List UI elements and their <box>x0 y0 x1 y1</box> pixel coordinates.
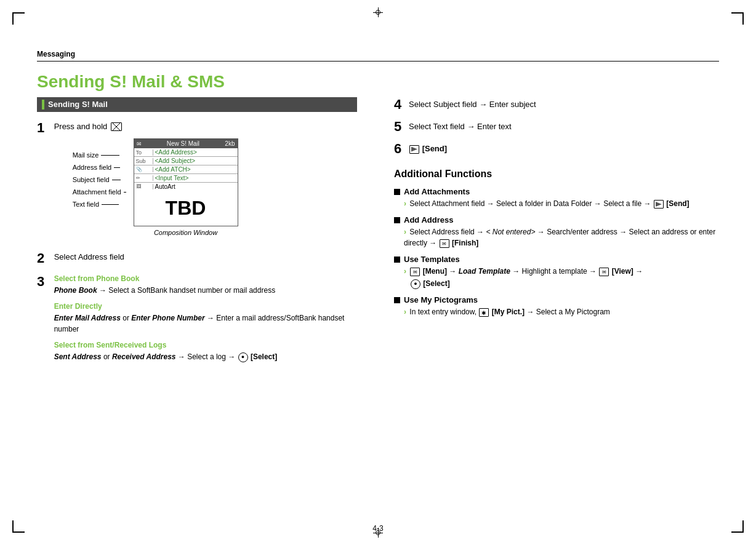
func-attach-body: › Select Attachment field → Select a fol… <box>394 198 719 209</box>
step-2-text: Select Address field <box>54 251 356 263</box>
func-templates-header: Use Templates <box>394 255 719 264</box>
label-mail-size: Mail size <box>73 149 126 161</box>
step-2-content: Select Address field <box>54 251 356 263</box>
func-templates-body: › ✉ [Menu] → Load Template → Highlight a… <box>394 266 719 289</box>
step-6-content: [Send] <box>409 141 447 155</box>
black-square-3 <box>394 257 400 263</box>
label-text-field: Text field <box>73 199 126 210</box>
func-add-attachments: Add Attachments › Select Attachment fiel… <box>394 187 719 209</box>
page-header: Messaging <box>37 49 719 62</box>
section-header-label: Sending S! Mail <box>48 100 108 109</box>
additional-title: Additional Functions <box>394 169 719 180</box>
step-1-text: Press and hold <box>54 121 356 133</box>
sub-section-phone-book-body: Phone Book → Select a SoftBank handset n… <box>54 285 356 296</box>
sub-section-sent-logs: Select from Sent/Received Logs Sent Addr… <box>54 341 356 362</box>
send-icon-step6 <box>409 145 419 154</box>
view-icon: ✉ <box>599 268 609 276</box>
page-content: Messaging Sending S! Mail & SMS Sending … <box>37 49 719 508</box>
black-square-4 <box>394 297 400 303</box>
diagram-row-input: ✏ <Input Text> <box>134 174 238 183</box>
sub-section-enter-body: Enter Mail Address or Enter Phone Number… <box>54 312 356 335</box>
func-pictograms-title: Use My Pictograms <box>404 295 478 304</box>
func-pictograms: Use My Pictograms › In text entry window… <box>394 295 719 317</box>
sub-section-enter-title: Enter Directly <box>54 302 356 311</box>
left-column: Sending S! Mail 1 Press and hold <box>37 97 357 378</box>
step-4-number: 4 <box>394 97 409 112</box>
mail-icon <box>111 122 122 131</box>
corner-mark-br <box>731 520 744 533</box>
diagram-tbd: TBD <box>134 191 238 226</box>
select-circle-icon: ● <box>238 352 248 362</box>
corner-mark-bl <box>12 520 25 533</box>
step-5: 5 Select Text field → Enter text <box>394 119 719 134</box>
func-templates-title: Use Templates <box>404 255 460 264</box>
composition-diagram: Mail size Address field Subject field <box>73 138 356 236</box>
func-attach-title: Add Attachments <box>404 187 470 196</box>
step-3: 3 Select from Phone Book Phone Book → Se… <box>37 274 357 368</box>
step-4: 4 Select Subject field → Enter subject <box>394 97 719 112</box>
func-address-body: › Select Address field → < Not entered> … <box>394 226 719 249</box>
func-address-title: Add Address <box>404 215 453 225</box>
sub-section-phone-book-title: Select from Phone Book <box>54 274 356 283</box>
step-2-number: 2 <box>37 251 52 266</box>
corner-mark-tr <box>731 12 744 25</box>
right-steps: 4 Select Subject field → Enter subject 5… <box>394 97 719 157</box>
step-1: 1 Press and hold Mail size <box>37 121 357 243</box>
step-1-number: 1 <box>37 121 52 135</box>
step-5-text: Select Text field → Enter text <box>409 122 512 131</box>
section-bar <box>42 100 44 109</box>
star-icon: ✱ <box>479 308 489 317</box>
send-icon-attach <box>654 200 664 209</box>
label-address: Address field <box>73 162 126 173</box>
func-add-address: Add Address › Select Address field → < N… <box>394 215 719 249</box>
diagram-title-bar: ✉ New S! Mail 2kb <box>134 139 238 148</box>
func-templates: Use Templates › ✉ [Menu] → Load Template… <box>394 255 719 289</box>
diagram-caption: Composition Window <box>134 229 238 236</box>
right-column: 4 Select Subject field → Enter subject 5… <box>394 97 719 378</box>
func-pictograms-header: Use My Pictograms <box>394 295 719 304</box>
black-square-1 <box>394 189 400 195</box>
step-4-content: Select Subject field → Enter subject <box>409 97 536 111</box>
func-attach-header: Add Attachments <box>394 187 719 196</box>
sub-section-sent-title: Select from Sent/Received Logs <box>54 341 356 349</box>
page-number: 4-3 <box>372 524 383 533</box>
diagram-size: 2kb <box>225 140 235 147</box>
sub-section-phone-book: Select from Phone Book Phone Book → Sele… <box>54 274 356 296</box>
diagram-window-inner: ✉ New S! Mail 2kb To <Add Address> <box>134 138 238 226</box>
black-square-2 <box>394 217 400 223</box>
finish-icon: ✉ <box>440 239 449 248</box>
step-3-content: Select from Phone Book Phone Book → Sele… <box>54 274 356 368</box>
corner-mark-tl <box>12 12 25 25</box>
step-1-content: Press and hold Mail size <box>54 121 356 243</box>
diagram-labels: Mail size Address field Subject field <box>73 149 126 210</box>
step-4-text: Select Subject field → Enter subject <box>409 100 536 109</box>
step-2: 2 Select Address field <box>37 251 357 266</box>
step-3-number: 3 <box>37 274 52 289</box>
step-5-content: Select Text field → Enter text <box>409 119 512 133</box>
reg-mark-top <box>373 7 383 17</box>
step-6-text: [Send] <box>422 144 447 153</box>
diagram-title: New S! Mail <box>167 140 199 147</box>
two-column-layout: Sending S! Mail 1 Press and hold <box>37 97 719 378</box>
section-header: Sending S! Mail <box>37 97 357 112</box>
label-subject: Subject field <box>73 174 126 185</box>
main-title: Sending S! Mail & SMS <box>37 71 719 92</box>
step-5-number: 5 <box>394 119 409 134</box>
diagram-row-autoart: 🖼 AutoArt <box>134 183 238 191</box>
section-label: Messaging <box>37 50 75 58</box>
step-6: 6 [Send] <box>394 141 719 156</box>
diagram-row-sub: Sub <Add Subject> <box>134 157 238 165</box>
diagram-row-to: To <Add Address> <box>134 148 238 157</box>
menu-icon: ✉ <box>410 268 420 276</box>
sub-section-sent-body: Sent Address or Received Address → Selec… <box>54 351 356 362</box>
label-attachment: Attachment field <box>73 186 126 197</box>
func-address-header: Add Address <box>394 215 719 225</box>
select-circle-2: ● <box>411 279 420 289</box>
step-6-number: 6 <box>394 141 409 156</box>
diagram-window: ✉ New S! Mail 2kb To <Add Address> <box>134 138 238 236</box>
additional-functions: Additional Functions Add Attachments › S… <box>394 169 719 317</box>
sub-section-enter-directly: Enter Directly Enter Mail Address or Ent… <box>54 302 356 335</box>
diagram-row-atch: 📎 <Add ATCH> <box>134 165 238 174</box>
func-pictograms-body: › In text entry window, ✱ [My Pict.] → S… <box>394 306 719 317</box>
